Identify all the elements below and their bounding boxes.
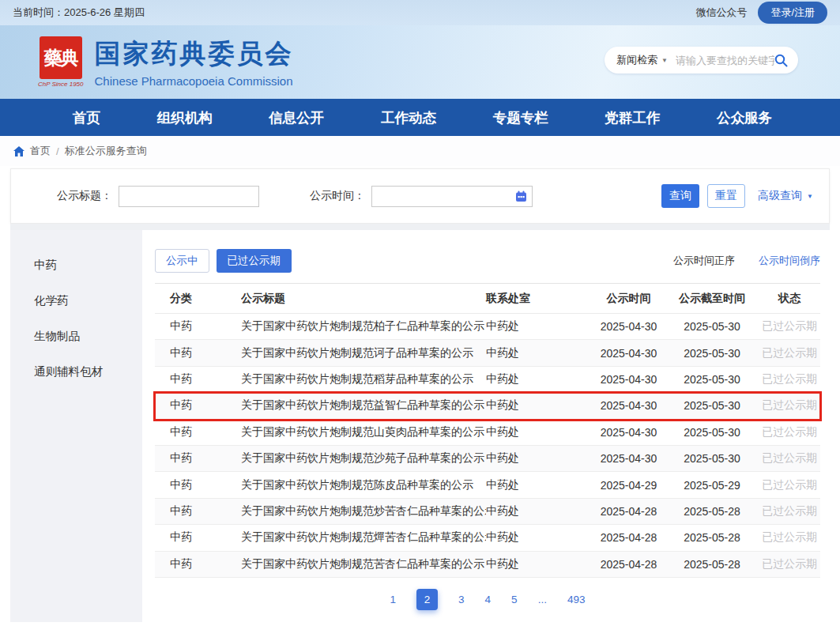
nav-item[interactable]: 专题专栏 bbox=[493, 108, 548, 127]
pagination-page[interactable]: 493 bbox=[567, 594, 586, 605]
filter-title-input[interactable] bbox=[119, 186, 259, 207]
pagination-page[interactable]: 4 bbox=[485, 594, 492, 605]
pagination: 12345...493 bbox=[155, 589, 820, 610]
breadcrumb: 首页 / 标准公示服务查询 bbox=[0, 136, 840, 166]
table-row[interactable]: 中药关于国家中药饮片炮制规范燀苦杏仁品种草案的公示中药处2025-04-2820… bbox=[155, 525, 820, 551]
search-category-label: 新闻检索 bbox=[616, 53, 657, 67]
sidebar-item[interactable]: 生物制品 bbox=[10, 319, 142, 354]
table-row[interactable]: 中药关于国家中药饮片炮制规范陈皮品种草案的公示中药处2025-04-292025… bbox=[155, 472, 820, 498]
main-nav: 首页组织机构信息公开工作动态专题专栏党群工作公众服务 bbox=[0, 99, 840, 136]
reset-button[interactable]: 重置 bbox=[707, 184, 745, 208]
pagination-page[interactable]: 5 bbox=[511, 594, 518, 605]
cell-publish-date: 2025-04-29 bbox=[592, 479, 665, 492]
breadcrumb-home[interactable]: 首页 bbox=[30, 144, 51, 158]
table-row[interactable]: 中药关于国家中药饮片炮制规范稻芽品种草案的公示中药处2025-04-302025… bbox=[155, 367, 820, 393]
wechat-link[interactable]: 微信公众号 bbox=[695, 6, 747, 20]
status-badge: 已过公示期 bbox=[759, 478, 820, 492]
status-badge: 已过公示期 bbox=[759, 398, 820, 413]
cell-deadline: 2025-05-28 bbox=[665, 558, 759, 571]
cell-title[interactable]: 关于国家中药饮片炮制规范苦杏仁品种草案的公示 bbox=[241, 557, 486, 571]
sidebar-item[interactable]: 化学药 bbox=[10, 283, 142, 319]
nav-item[interactable]: 党群工作 bbox=[605, 108, 660, 127]
sidebar-item[interactable]: 中药 bbox=[10, 247, 142, 283]
cell-title[interactable]: 关于国家中药饮片炮制规范陈皮品种草案的公示 bbox=[241, 478, 486, 492]
table-body: 中药关于国家中药饮片炮制规范柏子仁品种草案的公示中药处2025-04-30202… bbox=[155, 314, 820, 578]
cell-publish-date: 2025-04-28 bbox=[592, 558, 665, 571]
current-time-label: 当前时间： bbox=[13, 6, 64, 20]
calendar-icon[interactable] bbox=[515, 190, 527, 202]
site-header: 藥典 ChP Since 1950 国家药典委员会 Chinese Pharma… bbox=[0, 25, 840, 99]
site-logo[interactable]: 藥典 ChP Since 1950 bbox=[38, 36, 84, 88]
table-header-cell: 状态 bbox=[759, 292, 820, 306]
nav-item[interactable]: 工作动态 bbox=[381, 108, 436, 127]
pharmacopoeia-seal-icon: 藥典 bbox=[40, 36, 82, 79]
login-register-button[interactable]: 登录/注册 bbox=[758, 2, 827, 24]
breadcrumb-separator: / bbox=[56, 145, 59, 157]
pagination-page[interactable]: 3 bbox=[458, 594, 465, 605]
table-row[interactable]: 中药关于国家中药饮片炮制规范苦杏仁品种草案的公示中药处2025-04-28202… bbox=[155, 552, 820, 578]
pagination-page[interactable]: 2 bbox=[416, 589, 438, 610]
query-button[interactable]: 查询 bbox=[661, 184, 699, 208]
tab-in-publicity[interactable]: 公示中 bbox=[155, 249, 209, 273]
status-badge: 已过公示期 bbox=[759, 425, 820, 439]
sort-time-asc[interactable]: 公示时间正序 bbox=[673, 254, 735, 268]
cell-publish-date: 2025-04-30 bbox=[592, 426, 665, 439]
cell-title[interactable]: 关于国家中药饮片炮制规范益智仁品种草案的公示 bbox=[241, 398, 486, 413]
filter-title-label: 公示标题： bbox=[57, 189, 112, 203]
cell-publish-date: 2025-04-30 bbox=[592, 452, 665, 465]
cell-publish-date: 2025-04-30 bbox=[592, 320, 665, 333]
filter-panel: 公示标题： 公示时间： 查询 重置 高级查询 ▼ bbox=[10, 168, 830, 224]
nav-item[interactable]: 组织机构 bbox=[157, 108, 213, 127]
table-header-cell: 分类 bbox=[155, 292, 241, 306]
cell-deadline: 2025-05-30 bbox=[665, 373, 759, 386]
search-input[interactable] bbox=[676, 55, 774, 66]
cell-deadline: 2025-05-30 bbox=[665, 452, 759, 465]
cell-category: 中药 bbox=[155, 530, 241, 545]
nav-item[interactable]: 首页 bbox=[73, 108, 100, 127]
search-category-dropdown[interactable]: 新闻检索 ▼ bbox=[616, 53, 668, 67]
cell-title[interactable]: 关于国家中药饮片炮制规范诃子品种草案的公示 bbox=[241, 346, 486, 360]
cell-office: 中药处 bbox=[486, 319, 592, 334]
cell-title[interactable]: 关于国家中药饮片炮制规范燀苦杏仁品种草案的公示 bbox=[241, 530, 486, 545]
sort-time-desc[interactable]: 公示时间倒序 bbox=[759, 254, 820, 268]
filter-time-label: 公示时间： bbox=[310, 189, 365, 203]
cell-title[interactable]: 关于国家中药饮片炮制规范沙苑子品种草案的公示 bbox=[241, 451, 486, 466]
table-row[interactable]: 中药关于国家中药饮片炮制规范山萸肉品种草案的公示中药处2025-04-30202… bbox=[155, 420, 820, 446]
pagination-page[interactable]: 1 bbox=[390, 594, 397, 605]
table-row[interactable]: 中药关于国家中药饮片炮制规范诃子品种草案的公示中药处2025-04-302025… bbox=[155, 340, 820, 366]
sidebar-item[interactable]: 通则辅料包材 bbox=[10, 354, 142, 390]
cell-category: 中药 bbox=[155, 478, 241, 492]
cell-title[interactable]: 关于国家中药饮片炮制规范炒苦杏仁品种草案的公示 bbox=[241, 504, 486, 519]
search-icon[interactable] bbox=[774, 54, 788, 67]
nav-item[interactable]: 信息公开 bbox=[269, 108, 324, 127]
table-header-cell: 公示截至时间 bbox=[665, 292, 759, 306]
cell-title[interactable]: 关于国家中药饮片炮制规范山萸肉品种草案的公示 bbox=[241, 425, 486, 439]
tab-expired-publicity[interactable]: 已过公示期 bbox=[217, 249, 292, 273]
table-row[interactable]: 中药关于国家中药饮片炮制规范沙苑子品种草案的公示中药处2025-04-30202… bbox=[155, 446, 820, 472]
status-badge: 已过公示期 bbox=[759, 372, 820, 387]
table-row[interactable]: 中药关于国家中药饮片炮制规范柏子仁品种草案的公示中药处2025-04-30202… bbox=[155, 314, 820, 340]
status-badge: 已过公示期 bbox=[759, 451, 820, 466]
status-badge: 已过公示期 bbox=[759, 346, 820, 360]
main-panel: 中药化学药生物制品通则辅料包材 公示中 已过公示期 公示时间正序 公示时间倒序 … bbox=[10, 230, 832, 622]
status-badge: 已过公示期 bbox=[759, 557, 820, 571]
cell-publish-date: 2025-04-30 bbox=[592, 399, 665, 412]
chevron-down-icon: ▼ bbox=[661, 57, 668, 64]
advanced-query-toggle[interactable]: 高级查询 ▼ bbox=[758, 189, 813, 203]
content-area: 公示中 已过公示期 公示时间正序 公示时间倒序 分类公示标题联系处室公示时间公示… bbox=[142, 230, 832, 622]
table-row[interactable]: 中药关于国家中药饮片炮制规范炒苦杏仁品种草案的公示中药处2025-04-2820… bbox=[155, 499, 820, 525]
home-icon[interactable] bbox=[13, 146, 24, 156]
nav-item[interactable]: 公众服务 bbox=[717, 108, 772, 127]
tabs-row: 公示中 已过公示期 公示时间正序 公示时间倒序 bbox=[155, 249, 820, 273]
cell-publish-date: 2025-04-28 bbox=[592, 531, 665, 544]
table-header-cell: 公示标题 bbox=[241, 292, 486, 306]
cell-category: 中药 bbox=[155, 557, 241, 571]
cell-office: 中药处 bbox=[486, 372, 592, 387]
chevron-down-icon: ▼ bbox=[807, 193, 813, 200]
cell-title[interactable]: 关于国家中药饮片炮制规范稻芽品种草案的公示 bbox=[241, 372, 486, 387]
cell-category: 中药 bbox=[155, 319, 241, 334]
cell-office: 中药处 bbox=[486, 451, 592, 466]
table-row-highlighted[interactable]: 中药关于国家中药饮片炮制规范益智仁品种草案的公示中药处2025-04-30202… bbox=[155, 393, 820, 419]
filter-time-input[interactable] bbox=[371, 186, 533, 207]
cell-title[interactable]: 关于国家中药饮片炮制规范柏子仁品种草案的公示 bbox=[241, 319, 486, 334]
